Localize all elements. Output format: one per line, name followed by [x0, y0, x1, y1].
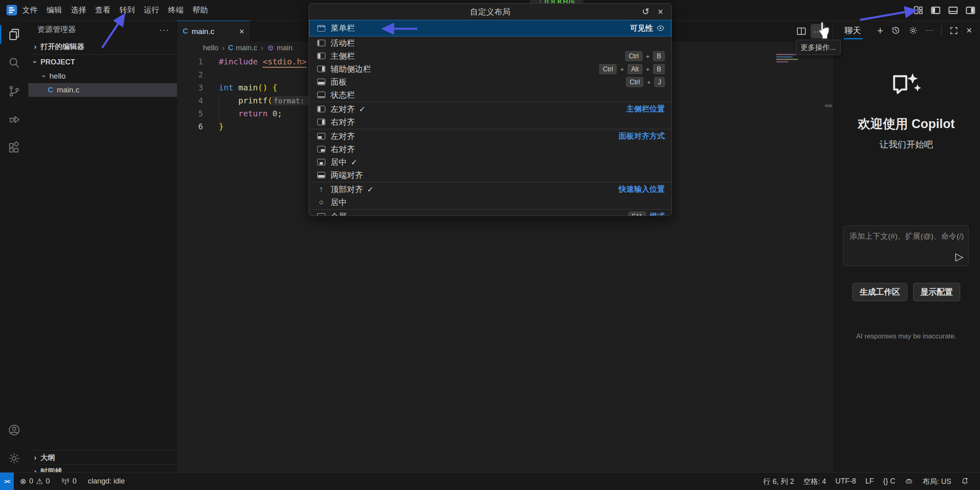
search-icon	[8, 56, 21, 69]
history-icon[interactable]	[891, 26, 901, 35]
breadcrumb-symbol[interactable]: main	[267, 44, 293, 52]
menu-item-帮助[interactable]: 帮助	[188, 0, 212, 20]
close-panel-icon[interactable]: ×	[966, 25, 972, 36]
split-editor-icon[interactable]	[796, 26, 807, 36]
menu-item-转到[interactable]: 转到	[115, 0, 139, 20]
tree-file-main-c[interactable]: C main.c	[28, 83, 177, 97]
copilot-sparkle-icon	[889, 72, 924, 105]
layout-option-panel-full[interactable]: 两端对齐	[309, 169, 671, 182]
layout-option-sidebar-right[interactable]: 右对齐	[309, 116, 671, 128]
copilot-icon	[905, 477, 913, 486]
group-link[interactable]: 模式	[649, 211, 665, 216]
status-item[interactable]: 行 6, 列 2	[763, 477, 794, 486]
tree-folder-hello[interactable]: › hello	[28, 69, 177, 83]
toggle-secondary-sidebar-icon[interactable]	[965, 5, 976, 16]
toggle-panel-icon[interactable]	[948, 5, 959, 16]
token: {	[272, 83, 277, 92]
explorer-more-actions-icon[interactable]: ···	[159, 25, 170, 34]
chat-input-box[interactable]: 添加上下文(#)、扩展(@)、命令(/) ▷	[843, 225, 969, 266]
chat-button-生成工作区[interactable]: 生成工作区	[852, 283, 907, 301]
menu-item-文件[interactable]: 文件	[18, 0, 42, 20]
layout-option-activitybar[interactable]: 活动栏	[309, 36, 671, 49]
activitybar-search[interactable]	[0, 49, 28, 77]
layout-option-panel-right[interactable]: 右对齐	[309, 143, 671, 156]
status-item[interactable]: UTF-8	[835, 477, 856, 486]
group-link[interactable]: 面板对齐方式	[619, 131, 665, 141]
customize-layout-icon[interactable]	[913, 5, 924, 15]
option-label: 面板	[331, 77, 347, 88]
layout-option-sidebar-right[interactable]: 辅助侧边栏Ctrl+Alt+B	[309, 62, 671, 75]
menu-item-运行[interactable]: 运行	[139, 0, 164, 20]
menu-item-终端[interactable]: 终端	[164, 0, 188, 20]
status-item[interactable]: {} C	[883, 477, 895, 486]
group-link[interactable]: 主侧栏位置	[626, 104, 665, 114]
layout-option-sidebar-left[interactable]: 左对齐✓主侧栏位置	[309, 103, 671, 116]
layout-option-panel[interactable]: 面板Ctrl+J	[309, 75, 671, 88]
remote-indicator[interactable]: ><	[0, 473, 14, 490]
menu-item-查看[interactable]: 查看	[91, 0, 115, 20]
activitybar-explorer[interactable]	[0, 20, 28, 49]
menu-item-编辑[interactable]: 编辑	[42, 0, 66, 20]
layout-option-panel-center[interactable]: 居中✓	[309, 156, 671, 169]
chevron-right-icon: ›	[32, 453, 38, 462]
option-label: 菜单栏	[331, 23, 355, 34]
activitybar-extensions[interactable]	[0, 134, 28, 162]
tab-main-c[interactable]: C main.c ×	[177, 20, 250, 42]
gear-icon[interactable]	[908, 26, 918, 35]
breadcrumb-file[interactable]: C main.c	[228, 44, 257, 52]
indent-guide	[219, 96, 219, 122]
source-control-icon	[8, 85, 21, 98]
layout-option-panel-left[interactable]: 左对齐面板对齐方式	[309, 130, 671, 143]
dialog-options-list: 菜单栏可见性活动栏主侧栏Ctrl+B辅助侧边栏Ctrl+Alt+B面板Ctrl+…	[309, 20, 671, 216]
layout-option-statusbar[interactable]: 状态栏	[309, 88, 671, 101]
layout-option-arrow-up[interactable]: ↑顶部对齐✓快速输入位置	[309, 183, 671, 196]
account-icon	[8, 424, 21, 437]
group-link[interactable]: 快速输入位置	[619, 184, 665, 195]
line-content: #include <stdio.h>	[219, 55, 307, 68]
project-label: PROJECT	[41, 58, 75, 66]
activitybar-account[interactable]	[0, 416, 28, 444]
chat-button-显示配置[interactable]: 显示配置	[913, 283, 960, 301]
problems-indicator[interactable]: ⊗ 0 ⚠ 0	[20, 477, 50, 486]
breadcrumb-folder[interactable]: hello	[203, 44, 218, 52]
status-item[interactable]: 空格: 4	[803, 477, 826, 486]
send-icon[interactable]: ▷	[955, 250, 963, 263]
layout-option-sidebar-left[interactable]: 主侧栏Ctrl+B	[309, 49, 671, 62]
panel-left-icon	[317, 133, 325, 139]
project-section[interactable]: › PROJECT	[28, 55, 177, 69]
minimap[interactable]	[776, 54, 801, 64]
tab-chat[interactable]: 聊天	[845, 25, 861, 36]
copilot-status[interactable]	[905, 477, 913, 486]
option-label: 右对齐	[331, 144, 355, 155]
menu-item-选择[interactable]: 选择	[66, 0, 91, 20]
line-number: 1	[177, 55, 203, 68]
activitybar-run-debug[interactable]	[0, 105, 28, 134]
activitybar-source-control[interactable]	[0, 77, 28, 105]
status-item[interactable]: LF	[865, 477, 874, 486]
more-actions-icon[interactable]: ···	[926, 27, 933, 34]
maximize-panel-icon[interactable]	[949, 26, 959, 35]
open-editors-section[interactable]: › 打开的编辑器	[28, 39, 177, 54]
close-icon[interactable]: ×	[658, 4, 663, 20]
scrollbar-handle[interactable]	[825, 105, 832, 107]
outline-section[interactable]: › 大纲	[28, 450, 177, 464]
option-label: 全屏	[331, 211, 347, 216]
bell-status[interactable]	[961, 477, 969, 486]
app-logo-icon	[6, 5, 17, 15]
tab-close-icon[interactable]: ×	[239, 26, 244, 37]
layout-option-fullscreen[interactable]: 全屏F11模式	[309, 210, 671, 216]
layout-option-menubar[interactable]: 菜单栏可见性	[309, 20, 671, 36]
toggle-primary-sidebar-icon[interactable]	[930, 5, 941, 16]
status-item[interactable]: 布局: US	[922, 477, 951, 486]
reset-layout-icon[interactable]: ↺	[642, 4, 649, 20]
activitybar-settings[interactable]	[0, 444, 28, 473]
timeline-section[interactable]: › 时间线	[28, 464, 177, 473]
ports-indicator[interactable]: 0	[61, 477, 77, 486]
new-chat-icon[interactable]: +	[877, 26, 883, 34]
layout-option-circle[interactable]: ○居中	[309, 196, 671, 209]
line-content: return 0;	[219, 107, 282, 120]
clangd-status[interactable]: clangd: idle	[88, 477, 125, 486]
key-badge: F11	[628, 212, 646, 216]
option-label: 状态栏	[331, 90, 355, 101]
statusbar-left: ⊗ 0 ⚠ 0 0 clangd: idle	[20, 477, 125, 486]
